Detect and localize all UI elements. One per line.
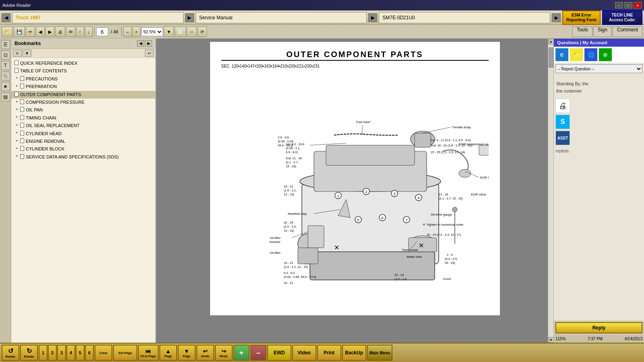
nav-prev-doc[interactable]: ◀	[2, 13, 10, 22]
toolbar-open-btn[interactable]: 📂	[2, 27, 13, 37]
sidebar-item-oil-pan[interactable]: + OIL PAN	[11, 106, 155, 114]
bm-action-btn[interactable]: ↩	[145, 49, 154, 57]
esm-error-button[interactable]: ESM Error Reporting Form	[562, 10, 601, 25]
num-1-button[interactable]: 1	[39, 345, 47, 361]
bm-options-btn[interactable]: ≡	[13, 49, 22, 57]
toolbar-forward-btn[interactable]: ▶	[45, 27, 54, 37]
left-icon-note[interactable]: 📎	[1, 72, 10, 80]
main-menu-button[interactable]: Main Menu	[367, 345, 393, 361]
toolbar-email-btn[interactable]: ✉	[66, 27, 75, 37]
left-icon-pages[interactable]: ▤	[1, 93, 10, 101]
left-icon-bookmark[interactable]: ★	[1, 82, 10, 91]
backup-button[interactable]: BackUp	[342, 345, 366, 361]
sidebar-item-oil-seal[interactable]: + OIL SEAL REPLACEMENT	[11, 122, 155, 130]
bm-page-icon	[14, 92, 19, 97]
redo-icon: ↪	[221, 348, 226, 354]
sidebar-item-timing-chain[interactable]: + TIMING CHAIN	[11, 114, 155, 122]
page-down-button[interactable]: ▼ Page	[178, 345, 196, 361]
bookmarks-expand-btn[interactable]: ▶	[145, 40, 152, 47]
nav-next-doc3[interactable]: ▶	[552, 13, 561, 22]
sidebar-item-quick-ref[interactable]: QUICK REFERENCE INDEX	[11, 60, 155, 67]
folder-icon[interactable]: 📁	[570, 48, 583, 61]
nav-next-doc2[interactable]: ▶	[368, 13, 377, 22]
sidebar-item-precautions[interactable]: + PRECAUTIONS	[11, 75, 155, 83]
video-button[interactable]: Video	[292, 345, 316, 361]
svg-text:20 - 24: 20 - 24	[394, 273, 404, 277]
bookmarks-collapse-btn[interactable]: ◀	[137, 40, 144, 47]
left-icon-select[interactable]: ⊡	[1, 51, 10, 60]
nav-next-doc1[interactable]: ▶	[185, 13, 194, 22]
zoom-out-btn[interactable]: –	[123, 27, 131, 37]
num-5-button[interactable]: 5	[76, 345, 85, 361]
sidebar-item-toc[interactable]: TABLE OF CONTENTS	[11, 67, 155, 75]
vertical-scrollbar[interactable]: ▲ ▼	[548, 39, 553, 343]
num-3-button[interactable]: 3	[57, 345, 66, 361]
svg-text:6.9 - 8.0): 6.9 - 8.0)	[286, 150, 298, 154]
toolbar-down-btn[interactable]: ↓	[85, 27, 93, 37]
chrome-icon[interactable]: ⊕	[599, 48, 612, 61]
fit-page-btn[interactable]: ⬜	[175, 27, 186, 37]
ie-icon[interactable]: e	[555, 48, 568, 61]
toolbar-edit-btn[interactable]: ✏	[26, 27, 35, 37]
bm-toggle-btn[interactable]: ▼	[23, 49, 31, 57]
first-page-button[interactable]: ⏮ First Page	[138, 345, 159, 361]
zoom-dropdown-btn[interactable]: ▼	[164, 27, 174, 37]
minimize-button[interactable]: –	[615, 2, 623, 8]
svg-text:16 - 21: 16 - 21	[284, 281, 293, 285]
sidebar-item-cyl-head[interactable]: + CYLINDER HEAD	[11, 130, 155, 138]
svg-text:15 - 20): 15 - 20)	[286, 165, 296, 168]
toolbar-up-btn[interactable]: ↑	[76, 27, 84, 37]
sidebar-item-svc-data[interactable]: + SERVICE DATA AND SPECIFICATIONS (SDS)	[11, 153, 155, 161]
window-controls[interactable]: – □ ✕	[615, 2, 642, 8]
close-button[interactable]: ✕	[634, 2, 642, 8]
sign-menu[interactable]: Sign	[593, 27, 612, 37]
sidebar-item-preparation[interactable]: + PREPARATION	[11, 83, 155, 90]
sidebar-item-eng-removal[interactable]: + ENGINE REMOVAL	[11, 138, 155, 145]
svg-text:Oil level gauge: Oil level gauge	[431, 213, 452, 216]
scroll-track	[548, 44, 553, 337]
fit-width-btn[interactable]: ↔	[187, 27, 197, 37]
toolbar-back-btn[interactable]: ◀	[36, 27, 45, 37]
sidebar-item-cyl-block[interactable]: + CYLINDER BLOCK	[11, 145, 155, 153]
zoom-out-bottom-btn[interactable]: –	[250, 345, 266, 361]
hp-icon[interactable]: 🖨	[555, 99, 570, 113]
num-4-button[interactable]: 4	[66, 345, 75, 361]
scroll-down-arrow[interactable]: ▼	[548, 337, 553, 343]
print-button[interactable]: Print	[317, 345, 341, 361]
zoom-in-btn[interactable]: +	[132, 27, 140, 37]
page-number-input[interactable]	[96, 27, 108, 36]
toolbar-print-btn[interactable]: 🖨	[55, 27, 65, 37]
undo-button[interactable]: ↩ Undo	[196, 345, 214, 361]
network-icon[interactable]: 🌐	[584, 48, 597, 61]
skype-icon[interactable]: S	[555, 115, 570, 129]
zoom-select[interactable]: 92.5% 50% 75% 100% 125% 150% 200%	[141, 27, 163, 36]
sidebar-item-compression[interactable]: + COMPRESSION PRESSURE	[11, 99, 155, 106]
tech-line-button[interactable]: TECH LINE Access Code:	[602, 10, 642, 25]
num-6-button[interactable]: 6	[85, 345, 94, 361]
rotate-left-button[interactable]: ↺ Rotate	[2, 345, 19, 361]
page-up-button[interactable]: ▲ Page	[159, 345, 177, 361]
maximize-button[interactable]: □	[624, 2, 632, 8]
bm-item-label: SERVICE DATA AND SPECIFICATIONS (SDS)	[26, 154, 119, 160]
bottom-toolbar: ↺ Rotate ↻ Rotate 1 2 3 4 5 6 Clear Set …	[0, 343, 644, 362]
svg-text:(2.0 - 3.0,: (2.0 - 3.0,	[284, 225, 297, 228]
redo-button[interactable]: ↪ Redo	[215, 345, 233, 361]
tools-menu[interactable]: Tools	[572, 27, 592, 37]
sidebar-item-outer-parts[interactable]: OUTER COMPONENT PARTS	[11, 91, 155, 99]
num-2-button[interactable]: 2	[48, 345, 57, 361]
left-icon-text[interactable]: T	[1, 61, 10, 70]
rotate-view-btn[interactable]: ⟳	[198, 27, 207, 37]
zoom-in-bottom-btn[interactable]: +	[233, 345, 250, 361]
comment-menu[interactable]: Comment	[613, 27, 642, 37]
left-icon-hand[interactable]: ☰	[1, 40, 10, 49]
ewd-button[interactable]: EWD	[267, 345, 291, 361]
scroll-thumb[interactable]	[549, 47, 553, 68]
toolbar-save-btn[interactable]: 💾	[14, 27, 25, 37]
report-question-select[interactable]: -- Report Question --	[555, 64, 642, 73]
clear-button[interactable]: Clear	[95, 345, 112, 361]
scroll-up-arrow[interactable]: ▲	[548, 39, 553, 44]
assist-icon[interactable]: ASST	[555, 131, 570, 145]
rotate-right-button[interactable]: ↻ Rotate	[20, 345, 38, 361]
reply-button[interactable]: Reply	[555, 322, 642, 333]
set-page-button[interactable]: Set Page	[113, 345, 137, 361]
